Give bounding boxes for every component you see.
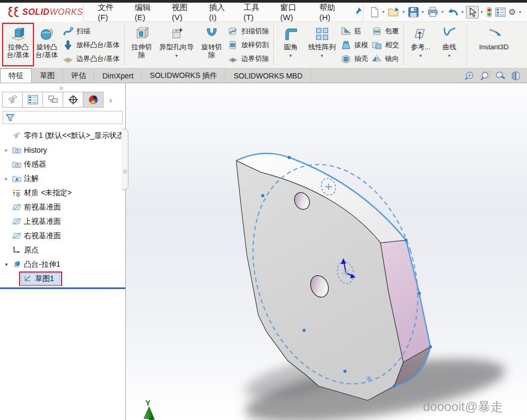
tree-filter-box[interactable]	[3, 111, 123, 124]
reference-geometry-button[interactable]: 参考... ▾	[407, 23, 435, 67]
tree-item-annotations[interactable]: ▸ A 注解	[0, 171, 125, 186]
section-view-icon[interactable]	[510, 71, 522, 81]
selected-tree-item[interactable]: 草图1	[21, 273, 60, 285]
task-list-icon[interactable]	[494, 6, 507, 19]
tab-evaluate[interactable]: 评估	[63, 68, 94, 83]
tree-item-sketch1[interactable]: 草图1	[0, 272, 125, 286]
wrap-button[interactable]: 包覆	[372, 25, 399, 38]
tree-item-sensors[interactable]: 传感器	[0, 157, 125, 171]
tab-solidworks-addins[interactable]: SOLIDWORKS 插件	[142, 68, 226, 83]
caret-down-icon[interactable]: ▾	[420, 10, 426, 14]
button-label: 边界切除	[241, 54, 269, 64]
revolved-cut-button[interactable]: 旋转切 除	[197, 23, 226, 67]
swept-cut-button[interactable]: 扫描切除	[228, 25, 269, 38]
tree-item-right-plane[interactable]: 右视基准面	[0, 229, 125, 243]
print-button[interactable]	[426, 5, 439, 19]
panel-grip[interactable]	[59, 86, 63, 90]
boundary-icon	[63, 54, 73, 64]
button-label: 圆角	[284, 43, 298, 51]
sketch-vertex-dot[interactable]	[404, 239, 408, 242]
button-label: 除	[138, 51, 145, 59]
tree-item-origin[interactable]: 原点	[0, 243, 125, 257]
boundary-boss-button[interactable]: 边界凸台/基体	[63, 52, 120, 66]
sketch-point-dot[interactable]	[288, 156, 291, 159]
sketch-point-dot[interactable]	[343, 370, 347, 373]
lofted-boss-button[interactable]: 放样凸台/基体	[63, 39, 120, 52]
zoom-area-icon[interactable]	[479, 71, 491, 81]
features-ribbon: 拉伸凸 台/基体 旋转凸 台/基体 扫描 放样凸台/基体 边界凸台/基体	[0, 22, 527, 68]
tree-item-part[interactable]: 零件1 (默认<<默认>_显示状态	[0, 128, 125, 143]
zoom-fit-icon[interactable]	[464, 71, 476, 81]
intersect-button[interactable]: 相交	[372, 39, 399, 52]
revolved-boss-base-button[interactable]: 旋转凸 台/基体	[32, 23, 61, 67]
rib-button[interactable]: 筋	[341, 25, 368, 38]
fillet-button[interactable]: 圆角 ▾	[277, 23, 305, 67]
curves-button[interactable]: 曲线 ▾	[435, 23, 464, 67]
caret-down-icon[interactable]: ▾	[448, 53, 451, 58]
tab-featuremanager-tree[interactable]	[2, 92, 23, 108]
panel-splitter-handle[interactable]	[122, 129, 128, 190]
options-gear-icon[interactable]: ⚙	[507, 5, 517, 19]
sketch-point-dot[interactable]	[303, 329, 306, 332]
tree-item-boss-extrude1[interactable]: ▾ 凸台-拉伸1	[0, 257, 125, 272]
shell-button[interactable]: 抽壳	[341, 52, 368, 66]
caret-down-icon[interactable]: ▾	[460, 10, 465, 14]
caret-down-icon[interactable]: ▾	[517, 10, 523, 14]
tab-features[interactable]: 特征	[0, 68, 32, 83]
tree-item-top-plane[interactable]: 上视基准面	[0, 214, 125, 229]
extruded-cut-button[interactable]: 拉伸切 除	[127, 23, 156, 67]
ribbon-separator	[273, 25, 274, 65]
tab-sketch[interactable]: 草图	[32, 68, 63, 83]
new-document-button[interactable]	[369, 5, 381, 19]
mirror-icon	[372, 54, 382, 64]
rollback-bar[interactable]	[0, 287, 125, 289]
extruded-boss-base-button[interactable]: 拉伸凸 台/基体	[4, 23, 32, 67]
tree-item-front-plane[interactable]: 前视基准面	[0, 200, 125, 214]
tab-dimxpert[interactable]: DimXpert	[94, 68, 142, 83]
caret-down-icon[interactable]: ▾	[289, 53, 292, 58]
sketch-vertex-dot[interactable]	[393, 384, 396, 388]
tab-displaymanager[interactable]	[83, 92, 103, 108]
swept-boss-button[interactable]: 扫描	[63, 25, 120, 38]
draft-button[interactable]: 拔模	[341, 39, 368, 52]
lofted-cut-button[interactable]: 放样切割	[228, 39, 269, 52]
red-highlight-box: 草图1	[19, 272, 62, 286]
boundary-cut-button[interactable]: 边界切除	[228, 52, 269, 66]
curves-icon	[442, 24, 457, 43]
hole-wizard-button[interactable]: 异型孔向导 ▾	[156, 23, 197, 67]
save-button[interactable]	[407, 5, 420, 19]
select-tool-button[interactable]	[466, 6, 479, 19]
tab-solidworks-mbd[interactable]: SOLIDWORKS MBD	[226, 68, 311, 83]
button-label: 线性阵列	[308, 43, 336, 51]
panel-expand-chevron[interactable]: ›	[109, 95, 112, 104]
tab-propertymanager[interactable]	[22, 92, 43, 108]
magnify-icon[interactable]	[495, 71, 506, 81]
tree-item-label: 材质 <未指定>	[24, 188, 72, 198]
boss-extrude-icon	[12, 260, 21, 268]
caret-down-icon[interactable]: ▾	[419, 53, 422, 58]
sketch-point-dot[interactable]	[261, 194, 264, 197]
open-document-button[interactable]	[387, 5, 401, 19]
annotations-folder-icon: A	[12, 174, 21, 182]
caret-down-icon[interactable]: ▾	[401, 10, 407, 14]
tab-dimxpertmanager[interactable]	[63, 92, 83, 108]
plane-icon	[12, 232, 21, 240]
pin-menu-icon[interactable]	[353, 6, 363, 18]
caret-down-icon[interactable]: ▾	[321, 53, 323, 58]
graphics-viewport[interactable]: dooooit@暴走 Y	[126, 83, 527, 420]
tab-configurationmanager[interactable]	[42, 92, 63, 108]
sketch-vertex-dot[interactable]	[429, 345, 432, 348]
instant3d-button[interactable]: Instant3D	[470, 23, 519, 67]
undo-button[interactable]	[446, 6, 460, 19]
tree-item-material[interactable]: 材质 <未指定>	[0, 186, 125, 200]
caret-down-icon[interactable]: ▾	[175, 53, 178, 58]
tree-item-history[interactable]: ▸ History	[0, 143, 125, 157]
caret-down-icon[interactable]: ▾	[381, 10, 386, 14]
traffic-light-icon[interactable]	[485, 5, 494, 19]
linear-pattern-button[interactable]: 线性阵列 ▾	[305, 23, 339, 67]
mirror-button[interactable]: 镜向	[372, 52, 399, 66]
boundary-cut-icon	[228, 54, 238, 64]
sketch-vertex-dot[interactable]	[418, 292, 421, 295]
caret-down-icon[interactable]: ▾	[440, 10, 445, 14]
caret-down-icon[interactable]: ▾	[479, 10, 485, 14]
